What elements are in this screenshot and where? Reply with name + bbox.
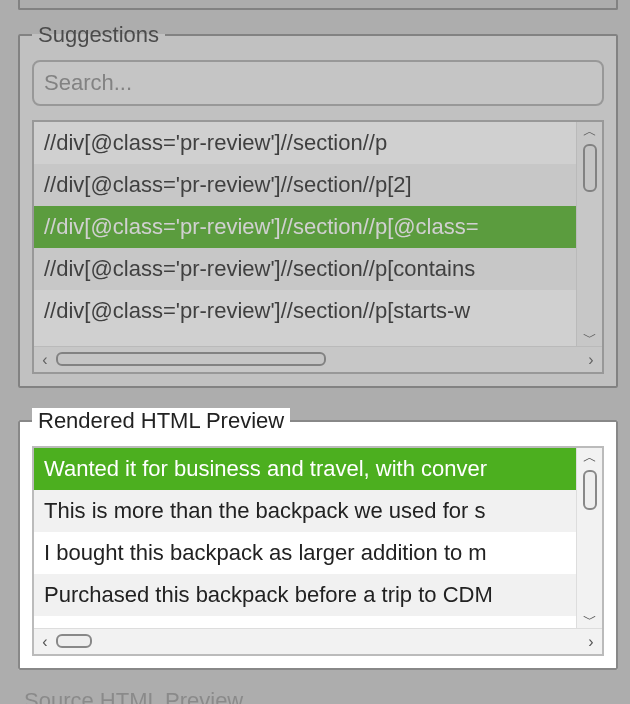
scroll-down-icon[interactable]: ﹀ (583, 328, 597, 346)
list-item[interactable]: Purchased this backpack before a trip to… (34, 574, 602, 616)
list-item[interactable]: //div[@class='pr-review']//section//p[2] (34, 164, 602, 206)
list-item[interactable]: //div[@class='pr-review']//section//p (34, 122, 602, 164)
scroll-right-icon[interactable]: › (580, 351, 602, 369)
suggestions-listbox[interactable]: //div[@class='pr-review']//section//p//d… (32, 120, 604, 374)
rendered-html-preview-panel: Rendered HTML Preview Wanted it for busi… (18, 408, 618, 670)
scroll-thumb-vertical[interactable] (583, 144, 597, 192)
scroll-left-icon[interactable]: ‹ (34, 351, 56, 369)
rendered-preview-legend: Rendered HTML Preview (32, 408, 290, 434)
preview-horizontal-scrollbar[interactable]: ‹ › (34, 628, 602, 654)
suggestions-panel: Suggestions //div[@class='pr-review']//s… (18, 22, 618, 388)
suggestions-horizontal-scrollbar[interactable]: ‹ › (34, 346, 602, 372)
preview-vertical-scrollbar[interactable]: ︿ ﹀ (576, 448, 602, 628)
scroll-thumb-horizontal[interactable] (56, 634, 92, 648)
scroll-thumb-horizontal[interactable] (56, 352, 326, 366)
list-item[interactable]: Wanted it for business and travel, with … (34, 448, 602, 490)
scroll-up-icon[interactable]: ︿ (583, 122, 597, 140)
rendered-preview-listbox[interactable]: Wanted it for business and travel, with … (32, 446, 604, 656)
previous-panel-bottom-edge (18, 0, 618, 10)
list-item[interactable]: //div[@class='pr-review']//section//p[@c… (34, 206, 602, 248)
suggestions-vertical-scrollbar[interactable]: ︿ ﹀ (576, 122, 602, 346)
list-item[interactable]: //div[@class='pr-review']//section//p[co… (34, 248, 602, 290)
suggestions-legend: Suggestions (32, 22, 165, 48)
scroll-thumb-vertical[interactable] (583, 470, 597, 510)
source-preview-legend-partial: Source HTML Preview (18, 682, 618, 704)
scroll-down-icon[interactable]: ﹀ (583, 610, 597, 628)
search-input[interactable] (32, 60, 604, 106)
list-item[interactable]: //div[@class='pr-review']//section//p[st… (34, 290, 602, 332)
list-item[interactable]: This is more than the backpack we used f… (34, 490, 602, 532)
list-item[interactable]: I bought this backpack as larger additio… (34, 532, 602, 574)
scroll-right-icon[interactable]: › (580, 633, 602, 651)
scroll-left-icon[interactable]: ‹ (34, 633, 56, 651)
scroll-up-icon[interactable]: ︿ (583, 448, 597, 466)
